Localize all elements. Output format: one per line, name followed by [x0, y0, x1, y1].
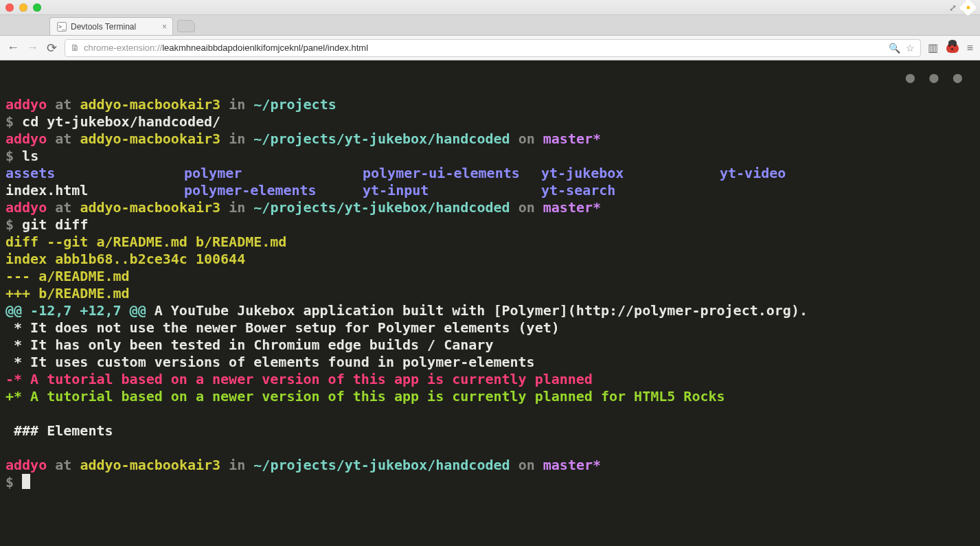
chrome-menu-icon[interactable]: ≡ [967, 42, 973, 54]
window-minimize-button[interactable] [19, 3, 27, 12]
tab-title: Devtools Terminal [71, 22, 136, 32]
prompt-user: addyo [5, 130, 47, 147]
diff-header: diff --git a/README.md b/README.md [5, 234, 286, 250]
address-bar[interactable]: 🗎 chrome-extension://leakmhneaibbdapdoie… [65, 39, 921, 57]
ls-output: index.htmlpolymer-elementsyt-inputyt-sea… [5, 182, 720, 198]
ls-entry: polymer-ui-elements [363, 165, 541, 182]
back-button[interactable]: ← [7, 41, 19, 55]
ls-entry: yt-search [541, 182, 720, 199]
terminal-viewport[interactable]: ● ● ● addyo at addyo-macbookair3 in ~/pr… [0, 60, 980, 546]
prompt-path: ~/projects [253, 96, 336, 113]
extensions-icon[interactable]: ▥ [928, 41, 938, 54]
diff-hunk: @@ -12,7 +12,7 @@ A YouTube Jukebox appl… [5, 302, 808, 319]
window-titlebar: ⤢ [0, 0, 980, 15]
ls-entry: yt-video [720, 165, 786, 182]
diff-context [5, 405, 14, 422]
prompt-host: addyo-macbookair3 [80, 96, 220, 113]
terminal-cursor [22, 474, 30, 489]
ls-entry: yt-jukebox [541, 165, 720, 182]
browser-tab[interactable]: >_ Devtools Terminal × [49, 17, 173, 35]
tab-close-icon[interactable]: × [162, 22, 167, 32]
new-tab-button[interactable] [177, 20, 195, 32]
ls-entry: index.html [5, 182, 184, 199]
diff-header: +++ b/README.md [5, 285, 130, 302]
command-git-diff: git diff [22, 216, 88, 233]
tab-strip: >_ Devtools Terminal × [0, 15, 980, 36]
diff-header: --- a/README.md [5, 268, 130, 284]
ladybug-icon[interactable] [946, 43, 959, 53]
ls-output: assetspolymerpolymer-ui-elementsyt-jukeb… [5, 165, 786, 181]
window-close-button[interactable] [5, 3, 14, 12]
diff-context: ### Elements [5, 422, 113, 439]
overflow-dots-icon[interactable]: ● ● ● [906, 69, 965, 86]
fullscreen-icon[interactable]: ⤢ [949, 3, 957, 13]
reload-button[interactable]: ⟳ [45, 41, 58, 56]
flower-icon [962, 1, 975, 14]
diff-context: * It does not use the newer Bower setup … [5, 319, 560, 336]
ls-entry: assets [5, 165, 184, 182]
page-icon: 🗎 [71, 43, 80, 53]
address-text: chrome-extension://leakmhneaibbdapdoienl… [84, 43, 885, 53]
browser-toolbar: ← → ⟳ 🗎 chrome-extension://leakmhneaibbd… [0, 36, 980, 60]
prompt-at: at [55, 96, 71, 113]
diff-addition: +* A tutorial based on a newer version o… [5, 388, 725, 405]
ls-entry: yt-input [363, 182, 541, 199]
command-cd: cd yt-jukebox/handcoded/ [22, 113, 220, 130]
command-ls: ls [22, 148, 38, 164]
bookmark-star-icon[interactable]: ☆ [906, 43, 915, 54]
diff-context: * It uses custom versions of elements fo… [5, 354, 535, 370]
window-maximize-button[interactable] [33, 3, 41, 12]
prompt-user: addyo [5, 96, 47, 113]
terminal-favicon-icon: >_ [57, 22, 67, 32]
ls-entry: polymer [184, 165, 363, 182]
diff-context: * It has only been tested in Chromium ed… [5, 337, 493, 353]
forward-button[interactable]: → [26, 41, 38, 55]
ls-entry: polymer-elements [184, 182, 363, 199]
prompt-branch: master* [543, 130, 601, 147]
prompt-symbol: $ [5, 113, 22, 130]
search-in-page-icon[interactable]: 🔍 [889, 43, 900, 54]
prompt-in: in [229, 96, 245, 113]
diff-deletion: -* A tutorial based on a newer version o… [5, 371, 593, 387]
diff-header: index abb1b68..b2ce34c 100644 [5, 251, 245, 267]
